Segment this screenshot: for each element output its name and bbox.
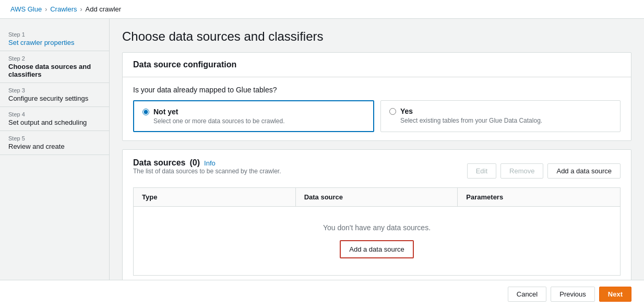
breadcrumb: AWS Glue › Crawlers › Add crawler — [0, 0, 644, 19]
bottom-bar: Cancel Previous Next — [0, 280, 644, 308]
data-sources-card: Data sources (0) Info The list of data s… — [122, 149, 631, 280]
radio-options: Not yet Select one or more data sources … — [133, 100, 621, 132]
sidebar-item-step1[interactable]: Step 1 Set crawler properties — [0, 27, 109, 51]
breadcrumb-aws-glue[interactable]: AWS Glue — [10, 5, 42, 13]
add-datasource-button-center[interactable]: Add a data source — [340, 240, 414, 258]
content-area: Choose data sources and classifiers Data… — [110, 19, 644, 280]
step1-label: Step 1 — [8, 31, 101, 38]
previous-button[interactable]: Previous — [551, 287, 595, 302]
add-datasource-button-top[interactable]: Add a data source — [547, 163, 621, 179]
col-type: Type — [134, 188, 296, 206]
config-question: Is your data already mapped to Glue tabl… — [133, 86, 621, 94]
config-card-body: Is your data already mapped to Glue tabl… — [123, 77, 631, 140]
next-button[interactable]: Next — [599, 287, 631, 302]
radio-not-yet-desc: Select one or more data sources to be cr… — [153, 117, 284, 125]
step3-label: Step 3 — [8, 87, 101, 93]
step5-title: Review and create — [8, 143, 101, 150]
table-empty-text: You don't have any data sources. — [142, 223, 612, 232]
radio-option-not-yet[interactable]: Not yet Select one or more data sources … — [133, 100, 374, 132]
breadcrumb-current: Add crawler — [86, 5, 122, 13]
breadcrumb-sep-2: › — [80, 6, 82, 13]
datasource-header: Data sources (0) Info The list of data s… — [133, 158, 621, 183]
radio-yes-input[interactable] — [389, 108, 396, 115]
datasource-info-link[interactable]: Info — [204, 159, 216, 167]
config-card-title: Data source configuration — [133, 60, 621, 69]
remove-button[interactable]: Remove — [500, 163, 543, 179]
radio-yes-title: Yes — [400, 107, 542, 115]
sidebar: Step 1 Set crawler properties Step 2 Cho… — [0, 19, 110, 280]
datasource-title: Data sources — [133, 158, 186, 168]
data-sources-body: Data sources (0) Info The list of data s… — [123, 150, 631, 280]
step3-title: Configure security settings — [8, 94, 101, 102]
sidebar-item-step5[interactable]: Step 5 Review and create — [0, 131, 109, 155]
sidebar-item-step2[interactable]: Step 2 Choose data sources and classifie… — [0, 51, 109, 83]
cancel-button[interactable]: Cancel — [508, 287, 546, 302]
sidebar-item-step4[interactable]: Step 4 Set output and scheduling — [0, 107, 109, 131]
table-empty-state: You don't have any data sources. Add a d… — [134, 207, 620, 275]
data-source-config-card: Data source configuration Is your data a… — [122, 52, 631, 141]
radio-yes-desc: Select existing tables from your Glue Da… — [400, 117, 542, 124]
radio-not-yet-title: Not yet — [153, 108, 284, 116]
datasource-count: (0) — [190, 158, 200, 168]
step4-title: Set output and scheduling — [8, 119, 101, 126]
col-datasource: Data source — [296, 188, 458, 206]
step5-label: Step 5 — [8, 135, 101, 141]
datasource-action-buttons: Edit Remove Add a data source — [467, 163, 621, 179]
step4-label: Step 4 — [8, 111, 101, 117]
sidebar-item-step3[interactable]: Step 3 Configure security settings — [0, 83, 109, 107]
edit-button[interactable]: Edit — [467, 163, 496, 179]
step2-label: Step 2 — [8, 55, 101, 62]
col-parameters: Parameters — [458, 188, 620, 206]
datasource-desc: The list of data sources to be scanned b… — [133, 168, 281, 175]
radio-not-yet-input[interactable] — [142, 109, 149, 115]
page-title: Choose data sources and classifiers — [122, 29, 631, 44]
table-header-row: Type Data source Parameters — [134, 188, 620, 207]
step2-title: Choose data sources and classifiers — [8, 63, 101, 78]
step1-title: Set crawler properties — [8, 39, 101, 46]
datasource-title-row: Data sources (0) Info — [133, 158, 281, 168]
datasource-table: Type Data source Parameters You don't ha… — [133, 187, 621, 276]
radio-option-yes[interactable]: Yes Select existing tables from your Glu… — [380, 100, 621, 132]
breadcrumb-sep-1: › — [45, 6, 47, 13]
config-card-header: Data source configuration — [123, 53, 631, 77]
breadcrumb-crawlers[interactable]: Crawlers — [50, 5, 77, 13]
